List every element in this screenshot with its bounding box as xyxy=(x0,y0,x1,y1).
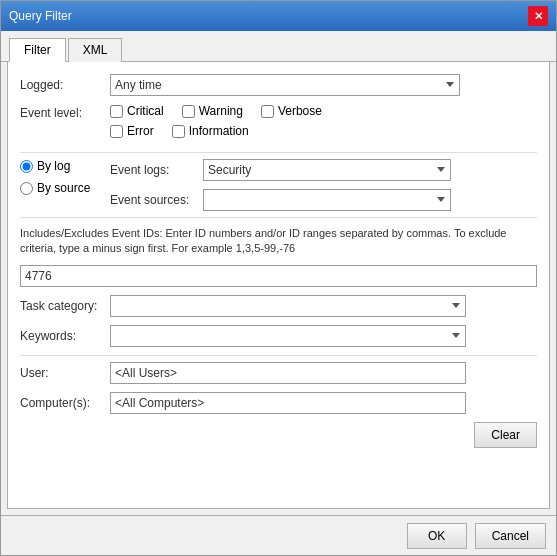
information-checkbox[interactable] xyxy=(172,125,185,138)
close-button[interactable]: ✕ xyxy=(528,6,548,26)
bottom-buttons: OK Cancel xyxy=(407,523,546,549)
keywords-select[interactable] xyxy=(110,325,466,347)
by-source-radio[interactable] xyxy=(20,182,33,195)
title-bar: Query Filter ✕ xyxy=(1,1,556,31)
verbose-checkbox-label[interactable]: Verbose xyxy=(261,104,322,118)
clear-row: Clear xyxy=(20,422,537,448)
bottom-bar: OK Cancel xyxy=(1,515,556,555)
window-title: Query Filter xyxy=(9,9,72,23)
critical-checkbox-label[interactable]: Critical xyxy=(110,104,164,118)
clear-button[interactable]: Clear xyxy=(474,422,537,448)
ok-button[interactable]: OK xyxy=(407,523,467,549)
logged-label: Logged: xyxy=(20,78,110,92)
event-sources-label: Event sources: xyxy=(110,193,195,207)
event-logs-row: Event logs: Security xyxy=(110,159,451,181)
critical-checkbox[interactable] xyxy=(110,105,123,118)
divider1 xyxy=(20,152,537,153)
event-ids-input[interactable] xyxy=(20,265,537,287)
by-log-label: By log xyxy=(37,159,70,173)
by-source-radio-label[interactable]: By source xyxy=(20,181,100,195)
tab-bar: Filter XML xyxy=(1,31,556,62)
divider3 xyxy=(20,355,537,356)
filter-content: Logged: Any time Last hour Last 12 hours… xyxy=(7,62,550,509)
log-source-section: By log By source Event logs: Security Ev… xyxy=(20,159,537,211)
by-source-label: By source xyxy=(37,181,90,195)
error-checkbox-label[interactable]: Error xyxy=(110,124,154,138)
critical-label: Critical xyxy=(127,104,164,118)
user-input[interactable] xyxy=(110,362,466,384)
information-label: Information xyxy=(189,124,249,138)
event-sources-select[interactable] xyxy=(203,189,451,211)
error-checkbox[interactable] xyxy=(110,125,123,138)
keywords-row: Keywords: xyxy=(20,325,537,347)
computer-input[interactable] xyxy=(110,392,466,414)
information-checkbox-label[interactable]: Information xyxy=(172,124,249,138)
event-ids-description: Includes/Excludes Event IDs: Enter ID nu… xyxy=(20,226,537,257)
verbose-label: Verbose xyxy=(278,104,322,118)
event-level-row1: Critical Warning Verbose xyxy=(110,104,322,118)
event-level-label: Event level: xyxy=(20,104,110,120)
verbose-checkbox[interactable] xyxy=(261,105,274,118)
event-level-row: Event level: Critical Warning Verbose xyxy=(20,104,537,144)
event-selects: Event logs: Security Event sources: xyxy=(110,159,451,211)
event-logs-label: Event logs: xyxy=(110,163,195,177)
event-sources-row: Event sources: xyxy=(110,189,451,211)
warning-checkbox-label[interactable]: Warning xyxy=(182,104,243,118)
task-category-select[interactable] xyxy=(110,295,466,317)
radio-col: By log By source xyxy=(20,159,100,195)
event-level-row2: Error Information xyxy=(110,124,322,138)
computer-row: Computer(s): xyxy=(20,392,537,414)
cancel-button[interactable]: Cancel xyxy=(475,523,546,549)
query-filter-window: Query Filter ✕ Filter XML Logged: Any ti… xyxy=(0,0,557,556)
logged-row: Logged: Any time Last hour Last 12 hours… xyxy=(20,74,537,96)
by-log-radio-label[interactable]: By log xyxy=(20,159,100,173)
error-label: Error xyxy=(127,124,154,138)
event-logs-select[interactable]: Security xyxy=(203,159,451,181)
computer-label: Computer(s): xyxy=(20,396,110,410)
tab-xml[interactable]: XML xyxy=(68,38,123,62)
warning-checkbox[interactable] xyxy=(182,105,195,118)
keywords-label: Keywords: xyxy=(20,329,110,343)
task-category-label: Task category: xyxy=(20,299,110,313)
task-category-row: Task category: xyxy=(20,295,537,317)
divider2 xyxy=(20,217,537,218)
by-log-radio[interactable] xyxy=(20,160,33,173)
tab-filter[interactable]: Filter xyxy=(9,38,66,62)
logged-select[interactable]: Any time Last hour Last 12 hours Last 24… xyxy=(110,74,460,96)
user-label: User: xyxy=(20,366,110,380)
user-row: User: xyxy=(20,362,537,384)
event-level-checkboxes: Critical Warning Verbose Error xyxy=(110,104,322,144)
warning-label: Warning xyxy=(199,104,243,118)
